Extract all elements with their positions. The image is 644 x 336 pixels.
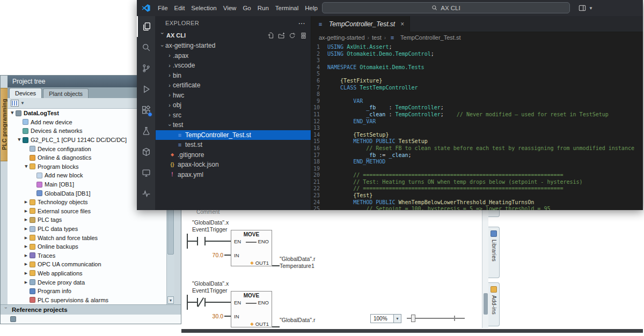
tree-columns-icon[interactable] [11, 100, 19, 107]
expand-closed-icon[interactable]: ▶ [23, 227, 29, 231]
expand-closed-icon[interactable]: ▶ [23, 200, 29, 204]
zoom-slider-handle[interactable] [411, 315, 415, 322]
explorer-item-gitignore[interactable]: ◆.gitignore [156, 150, 311, 160]
move-block[interactable]: MOVE EN ENO IN ◆OUT1 [231, 291, 272, 327]
tia-item-plc-data-types[interactable]: ▶PLC data types [8, 225, 166, 234]
expand-closed-icon[interactable]: ▶ [23, 280, 29, 285]
breadcrumb-item-ax-getting-started[interactable]: ax-getting-started [319, 34, 365, 41]
tab-devices[interactable]: Devices [9, 88, 42, 98]
explorer-item-certificate[interactable]: ›certificate [156, 80, 311, 91]
out-operand[interactable]: "GlobalData".r [280, 317, 315, 324]
new-folder-icon[interactable] [278, 32, 285, 39]
tia-item-plc-supervisions-alarms[interactable]: PLC supervisions & alarms [8, 295, 166, 304]
expand-open-icon[interactable]: ▶ [10, 110, 14, 116]
no-contact[interactable] [197, 237, 198, 245]
menu-help[interactable]: Help [302, 0, 321, 16]
expand-closed-icon[interactable]: ▶ [23, 244, 29, 249]
flask-icon [142, 126, 151, 136]
explorer-item-src[interactable]: ›src [156, 110, 311, 121]
menu-go[interactable]: Go [239, 0, 254, 16]
expand-closed-icon[interactable]: ▶ [23, 236, 29, 240]
explorer-item-obj[interactable]: ›obj [156, 100, 311, 110]
tab-tempcontroller-test[interactable]: ≡ TempController_Test.st × [311, 16, 410, 32]
expand-open-icon[interactable]: ▶ [24, 163, 28, 169]
tia-item-program-info[interactable]: Program info [8, 287, 166, 296]
zoom-slider[interactable] [407, 313, 465, 324]
activitybar-profiler[interactable] [137, 183, 156, 204]
workspace-section-header[interactable]: › AX CLI [156, 30, 311, 41]
zoom-dropdown-arrow-icon[interactable]: ▼ [393, 315, 401, 323]
menu-run[interactable]: Run [254, 0, 272, 16]
scroll-down-arrow-icon[interactable]: ▼ [167, 296, 174, 304]
toolbar-dropdown-icon[interactable]: ▼ [20, 101, 25, 106]
collapse-all-icon[interactable] [299, 32, 306, 39]
menu-terminal[interactable]: Terminal [272, 0, 302, 16]
tia-item-device-proxy-data[interactable]: ▶Device proxy data [8, 278, 166, 287]
explorer-item-apax-lock-json[interactable]: {}apax-lock.json [156, 160, 311, 170]
breadcrumb-item-test[interactable]: test [372, 34, 382, 41]
tab-add-ins[interactable]: Add-ins [488, 282, 500, 326]
menu-view[interactable]: View [220, 0, 240, 16]
reference-projects-header[interactable]: › Reference projects [1, 304, 181, 315]
out-operand[interactable]: "GlobalData".rTemperature1 [280, 256, 315, 270]
code-line-25: 25 // Setpoint = 100, hysteresis = 5 => … [311, 206, 643, 210]
new-file-icon[interactable] [267, 32, 274, 39]
contact-operand[interactable]: "GlobalData".xEvent1Trigger [192, 280, 229, 294]
close-tab-icon[interactable]: × [400, 20, 404, 28]
contact-operand[interactable]: "GlobalData".xEvent1Trigger [192, 219, 229, 233]
activitybar-source-control[interactable] [137, 58, 156, 79]
expand-closed-icon[interactable]: ▶ [23, 262, 29, 266]
explorer-item-tempcontroller-test-st[interactable]: ≡TempController_Test.st [156, 130, 311, 140]
tia-item-plc-tags[interactable]: ▶PLC tags [8, 215, 166, 225]
in-operand-value[interactable]: 30.0 [194, 313, 223, 319]
explorer-item-bin[interactable]: ›bin [156, 71, 311, 81]
activitybar-explorer[interactable] [137, 16, 156, 37]
explorer-item-vscode[interactable]: ›.vscode [156, 61, 311, 71]
scrollbar-thumb[interactable] [484, 293, 488, 315]
activitybar-search[interactable] [137, 37, 156, 58]
ladder-scrollbar[interactable] [482, 206, 488, 328]
explorer-item-test-st[interactable]: ≡test.st [156, 140, 311, 150]
tab-plant-objects[interactable]: Plant objects [43, 88, 89, 98]
activitybar-simatic-monitor[interactable] [137, 162, 156, 183]
more-actions-icon[interactable]: ⋯ [298, 19, 305, 27]
expand-closed-icon[interactable]: ▶ [23, 209, 29, 213]
expand-closed-icon[interactable]: ▶ [23, 253, 29, 258]
tia-item-traces[interactable]: ▶Traces [8, 251, 166, 260]
layout-controls[interactable]: ▼ [579, 0, 593, 16]
tia-item-online-backups[interactable]: ▶Online backups [8, 242, 166, 251]
code-editor[interactable]: 1USING AxUnit.Assert;2USING Otomakeit.De… [311, 43, 643, 210]
expand-open-icon[interactable]: ▶ [17, 137, 21, 143]
expand-closed-icon[interactable]: ▶ [23, 271, 29, 275]
move-block[interactable]: MOVE EN ENO IN ◆OUT1 [231, 230, 272, 266]
tia-item-watch-and-force-tables[interactable]: ▶Watch and force tables [8, 233, 166, 242]
datatype-icon [30, 226, 35, 232]
menu-edit[interactable]: Edit [171, 0, 188, 16]
explorer-item-apax[interactable]: ›.apax [156, 51, 311, 61]
ladder-network-1[interactable]: "GlobalData".xEvent1Trigger MOVE EN ENO … [181, 216, 482, 276]
reference-projects-row[interactable] [1, 315, 181, 324]
zoom-slider-track[interactable] [407, 318, 465, 319]
activitybar-apax-package[interactable] [137, 141, 156, 162]
activitybar-testing[interactable] [137, 121, 156, 141]
menu-selection[interactable]: Selection [188, 0, 219, 16]
activitybar-run-debug[interactable] [137, 79, 156, 100]
command-center-search[interactable]: AX CLI [322, 2, 570, 13]
in-operand-value[interactable]: 70.0 [194, 252, 223, 258]
explorer-item-test[interactable]: ›test [156, 120, 311, 130]
zoom-dropdown[interactable]: 100% ▼ [370, 314, 401, 323]
tab-libraries[interactable]: Libraries [488, 227, 500, 278]
activitybar-extensions[interactable] [137, 100, 156, 121]
tia-item-web-applications[interactable]: ▶Web applications [8, 269, 166, 278]
code-line-22: 22 // ==================================… [311, 185, 643, 192]
explorer-item-hwc[interactable]: ›hwc [156, 91, 311, 101]
explorer-item-ax-getting-started[interactable]: ›ax-getting-started [156, 41, 311, 51]
ladder-editor[interactable]: Comment "GlobalData".xEvent1Trigger MOVE… [181, 206, 482, 328]
plc-programming-side-tab[interactable]: PLC programming [1, 88, 8, 161]
explorer-item-apax-yml[interactable]: !apax.yml [156, 170, 311, 180]
menu-file[interactable]: File [155, 0, 171, 16]
breadcrumb-item-tempcontroller-test-st[interactable]: TempController_Test.st [400, 34, 461, 41]
refresh-icon[interactable] [289, 32, 296, 39]
tia-item-opc-ua-communication[interactable]: ▶OPC UA communication [8, 260, 166, 269]
expand-closed-icon[interactable]: ▶ [23, 218, 29, 222]
